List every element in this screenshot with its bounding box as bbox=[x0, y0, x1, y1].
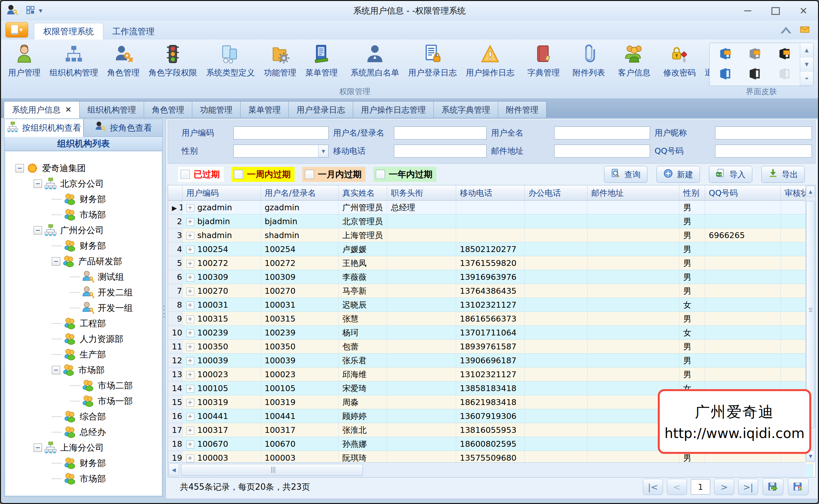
column-header-QQ号码[interactable]: QQ号码 bbox=[705, 185, 780, 201]
column-header-用户名/登录名[interactable]: 用户名/登录名 bbox=[260, 185, 338, 201]
tree-node-开发一组[interactable]: 开发一组 bbox=[5, 300, 162, 316]
expand-row-icon[interactable] bbox=[186, 288, 194, 295]
input-用户全名[interactable] bbox=[554, 126, 650, 139]
input-移动电话[interactable] bbox=[394, 145, 487, 158]
filter-已过期[interactable]: 已过期 bbox=[178, 167, 224, 182]
tree-node-财务部[interactable]: 财务部 bbox=[5, 455, 162, 471]
checkbox-icon[interactable] bbox=[234, 170, 243, 179]
ribbon-button-附件列表[interactable]: 附件列表 bbox=[568, 42, 610, 80]
tree-node-测试组[interactable]: 测试组 bbox=[5, 269, 162, 285]
新建-button[interactable]: 新建 bbox=[657, 166, 700, 183]
tree-node-总经办[interactable]: 总经办 bbox=[5, 424, 162, 440]
doc-tab-用户登录日志[interactable]: 用户登录日志 bbox=[288, 101, 353, 118]
expand-row-icon[interactable] bbox=[186, 399, 194, 407]
table-row[interactable]: 5100272100272王艳凤13761559820男 bbox=[168, 256, 813, 270]
input-用户编码[interactable] bbox=[233, 126, 328, 139]
minimize-button[interactable] bbox=[742, 5, 753, 16]
ribbon-button-系统类型定义[interactable]: 系统类型定义 bbox=[202, 42, 259, 80]
filter-一周内过期[interactable]: 一周内过期 bbox=[231, 167, 294, 182]
gallery-down-button[interactable]: ▼ bbox=[800, 57, 813, 71]
ribbon-button-用户操作日志[interactable]: 用户操作日志 bbox=[461, 42, 519, 80]
column-header-移动电话[interactable]: 移动电话 bbox=[456, 185, 525, 201]
collapse-node-icon[interactable] bbox=[34, 444, 42, 452]
tree-node-工程部[interactable]: 工程部 bbox=[5, 316, 162, 331]
ribbon-button-字典管理[interactable]: 字典管理 bbox=[523, 42, 564, 80]
export-grid-button[interactable] bbox=[763, 478, 783, 495]
table-row[interactable]: 13100023100023邱海维13102321127男 bbox=[168, 367, 813, 381]
collapse-node-icon[interactable] bbox=[34, 180, 42, 188]
导入-button[interactable]: XLS导入 bbox=[709, 166, 752, 183]
checkbox-icon[interactable] bbox=[181, 170, 190, 179]
table-row[interactable]: 8100031100031迟晓辰13102321127女 bbox=[168, 298, 813, 312]
skin-option-blue-tag-icon[interactable] bbox=[718, 47, 732, 62]
expand-row-icon[interactable] bbox=[186, 357, 194, 365]
column-header-真实姓名[interactable]: 真实姓名 bbox=[338, 185, 387, 201]
page-number-input[interactable]: 1 bbox=[691, 479, 710, 495]
expand-row-icon[interactable] bbox=[186, 301, 194, 309]
gallery-more-button[interactable]: ⏷ bbox=[800, 71, 813, 86]
tree-node-爱奇迪集团[interactable]: 爱奇迪集团 bbox=[5, 160, 162, 176]
dropdown-arrow-icon[interactable]: ▼ bbox=[318, 145, 328, 157]
scroll-left-icon[interactable]: ◀ bbox=[169, 464, 179, 476]
expand-row-icon[interactable] bbox=[186, 232, 194, 240]
table-row[interactable]: 10100239100239杨珂13701711064女 bbox=[168, 326, 813, 340]
collapse-node-icon[interactable] bbox=[52, 366, 60, 374]
ribbon-button-系统黑白名单[interactable]: 系统黑白名单 bbox=[346, 42, 404, 80]
column-header-性别[interactable]: 性别 bbox=[679, 185, 705, 201]
skin-option-white-icon[interactable] bbox=[777, 67, 791, 82]
table-row[interactable]: 7100270100270马亭新13764386435男 bbox=[168, 284, 813, 298]
input-用户名/登录名[interactable] bbox=[394, 126, 487, 139]
查询-button[interactable]: 查询 bbox=[604, 166, 648, 183]
expand-row-icon[interactable] bbox=[186, 413, 194, 421]
horizontal-scrollbar[interactable]: ◀ bbox=[168, 462, 805, 477]
table-row[interactable]: 3shadminshadmin上海管理员男6966265 bbox=[168, 228, 813, 242]
filter-一月内过期[interactable]: 一月内过期 bbox=[302, 167, 365, 182]
view-tab-按角色查看[interactable]: 按角色查看 bbox=[83, 119, 163, 137]
skin-option-silver-tag-icon[interactable] bbox=[747, 47, 762, 62]
tree-node-市场一部[interactable]: 市场一部 bbox=[5, 393, 162, 409]
expand-row-icon[interactable] bbox=[186, 385, 194, 393]
tree-node-产品研发部[interactable]: 产品研发部 bbox=[5, 254, 162, 269]
tree-node-市场部[interactable]: 市场部 bbox=[5, 362, 162, 378]
collapse-ribbon-icon[interactable] bbox=[780, 27, 791, 33]
ribbon-button-修改密码[interactable]: 修改密码 bbox=[659, 42, 700, 80]
close-tab-icon[interactable]: ✕ bbox=[65, 106, 72, 114]
ribbon-button-菜单管理[interactable]: 菜单管理 bbox=[301, 42, 342, 80]
column-header-办公电话[interactable]: 办公电话 bbox=[525, 185, 587, 201]
column-header-用户编码[interactable]: 用户编码 bbox=[182, 185, 260, 201]
input-邮件地址[interactable] bbox=[554, 145, 650, 158]
column-header-职务头衔[interactable]: 职务头衔 bbox=[387, 185, 456, 201]
expand-row-icon[interactable] bbox=[186, 455, 194, 462]
tree-node-综合部[interactable]: 综合部 bbox=[5, 409, 162, 424]
ribbon-button-客户信息[interactable]: 客户信息 bbox=[614, 42, 655, 80]
mail-icon[interactable] bbox=[800, 25, 810, 36]
tree-node-市场部[interactable]: 市场部 bbox=[5, 471, 162, 487]
ribbon-button-角色管理[interactable]: 角色管理 bbox=[103, 42, 144, 80]
collapse-node-icon[interactable] bbox=[52, 257, 60, 266]
skin-option-black-tag-icon[interactable] bbox=[777, 47, 791, 62]
tree-node-市场二部[interactable]: 市场二部 bbox=[5, 378, 162, 393]
input-QQ号码[interactable] bbox=[715, 145, 812, 158]
tree-node-北京分公司[interactable]: 北京分公司 bbox=[5, 176, 162, 192]
tree-node-广州分公司[interactable]: 广州分公司 bbox=[5, 223, 162, 238]
close-button[interactable]: ✕ bbox=[798, 5, 809, 16]
ribbon-button-用户登录日志[interactable]: 用户登录日志 bbox=[404, 42, 461, 80]
table-row[interactable]: 11100350100350包蕾18939761587男 bbox=[168, 340, 813, 354]
doc-tab-角色管理[interactable]: 角色管理 bbox=[144, 101, 192, 118]
expand-row-icon[interactable] bbox=[186, 218, 194, 226]
save-layout-button[interactable] bbox=[788, 478, 809, 495]
expand-row-icon[interactable] bbox=[186, 260, 194, 268]
column-header-row-indicator[interactable] bbox=[168, 185, 182, 201]
splitter-handle[interactable] bbox=[163, 299, 165, 324]
doc-tab-系统用户信息[interactable]: 系统用户信息✕ bbox=[4, 101, 80, 118]
expand-row-icon[interactable] bbox=[186, 329, 194, 337]
expand-row-icon[interactable] bbox=[186, 343, 194, 351]
view-tab-按组织机构查看[interactable]: 按组织机构查看 bbox=[4, 119, 83, 137]
table-row[interactable]: 12100039100039张乐君13906696187男 bbox=[168, 354, 813, 367]
expand-row-icon[interactable] bbox=[186, 427, 194, 434]
table-row[interactable]: 6100309100309李薇薇13916963976男 bbox=[168, 270, 813, 284]
prev-page-button[interactable]: < bbox=[667, 479, 687, 495]
doc-tab-附件管理[interactable]: 附件管理 bbox=[498, 101, 547, 118]
导出-button[interactable]: 导出 bbox=[761, 166, 805, 183]
expand-row-icon[interactable] bbox=[186, 274, 194, 281]
